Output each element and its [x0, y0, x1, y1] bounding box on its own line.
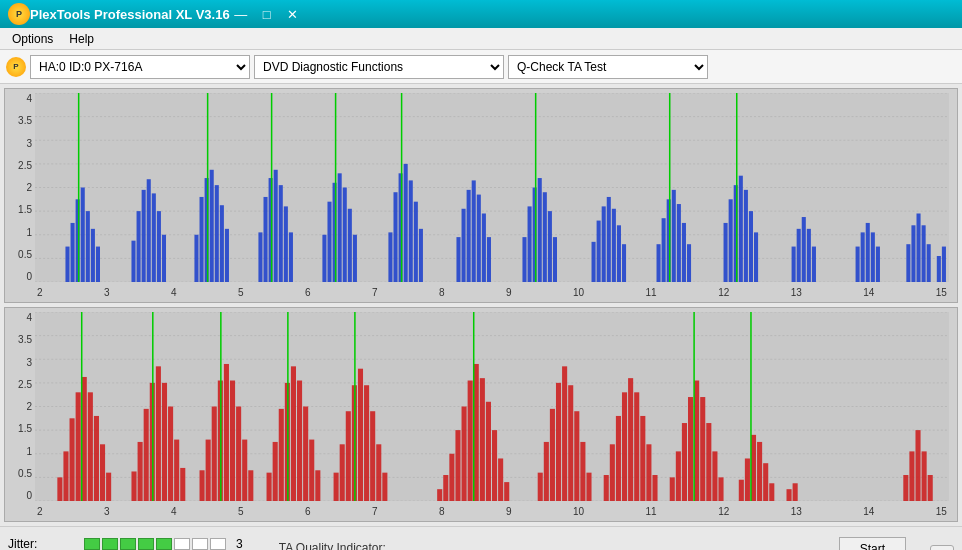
maximize-button[interactable]: □ — [256, 5, 278, 23]
svg-rect-46 — [353, 235, 357, 282]
svg-rect-96 — [802, 217, 806, 282]
chart1-inner — [35, 93, 949, 282]
svg-rect-218 — [787, 489, 792, 501]
svg-rect-75 — [612, 209, 616, 282]
ta-section: TA Quality Indicator: Good — [279, 541, 386, 551]
svg-rect-123 — [76, 392, 81, 501]
metrics-panel: Jitter: 3 Peak Shift: — [8, 537, 243, 551]
svg-rect-87 — [729, 199, 733, 282]
svg-rect-215 — [763, 463, 768, 501]
minimize-button[interactable]: — — [230, 5, 252, 23]
svg-rect-106 — [917, 213, 921, 282]
svg-rect-32 — [258, 232, 262, 282]
svg-rect-12 — [81, 188, 85, 283]
svg-rect-17 — [131, 241, 135, 282]
svg-rect-126 — [94, 416, 99, 501]
svg-rect-21 — [152, 193, 156, 282]
svg-rect-171 — [443, 475, 448, 501]
svg-rect-132 — [144, 409, 149, 501]
svg-rect-199 — [646, 444, 651, 501]
svg-rect-155 — [297, 381, 302, 501]
svg-rect-142 — [212, 407, 217, 502]
jitter-seg7 — [192, 538, 208, 550]
svg-rect-38 — [289, 232, 293, 282]
svg-rect-212 — [745, 458, 750, 501]
svg-rect-209 — [718, 477, 723, 501]
svg-rect-214 — [757, 442, 762, 501]
test-select[interactable]: Q-Check TA Test — [508, 55, 708, 79]
svg-rect-144 — [224, 364, 229, 501]
svg-rect-166 — [370, 411, 375, 501]
svg-rect-219 — [793, 483, 798, 501]
svg-rect-141 — [206, 440, 211, 501]
svg-rect-43 — [338, 173, 342, 282]
jitter-seg1 — [84, 538, 100, 550]
svg-rect-95 — [797, 229, 801, 282]
svg-rect-64 — [528, 206, 532, 282]
svg-rect-158 — [315, 470, 320, 501]
start-button[interactable]: Start — [839, 537, 906, 550]
svg-rect-177 — [480, 378, 485, 501]
svg-rect-22 — [157, 211, 161, 282]
svg-rect-9 — [65, 247, 69, 282]
menu-bar: Options Help — [0, 28, 962, 50]
svg-rect-57 — [462, 209, 466, 282]
drive-select[interactable]: HA:0 ID:0 PX-716A — [30, 55, 250, 79]
svg-rect-51 — [404, 164, 408, 282]
chart1-x-axis: 2 3 4 5 6 7 8 9 10 11 12 13 14 15 — [35, 282, 949, 302]
chart2-inner — [35, 312, 949, 501]
window-controls: — □ ✕ — [230, 5, 304, 23]
svg-rect-124 — [82, 377, 87, 501]
info-button[interactable]: ℹ — [930, 545, 954, 551]
svg-rect-24 — [194, 235, 198, 282]
close-button[interactable]: ✕ — [282, 5, 304, 23]
svg-rect-101 — [866, 223, 870, 282]
svg-rect-104 — [906, 244, 910, 282]
jitter-value: 3 — [236, 537, 243, 551]
svg-rect-18 — [137, 211, 141, 282]
svg-rect-206 — [700, 397, 705, 501]
jitter-row: Jitter: 3 — [8, 537, 243, 551]
svg-rect-71 — [592, 242, 596, 282]
svg-rect-107 — [922, 225, 926, 282]
svg-rect-183 — [538, 473, 543, 501]
svg-rect-208 — [712, 451, 717, 501]
svg-rect-151 — [273, 442, 278, 501]
svg-rect-53 — [414, 202, 418, 282]
svg-rect-58 — [467, 190, 471, 282]
svg-rect-150 — [267, 473, 272, 501]
chart2-svg — [35, 312, 949, 501]
svg-rect-195 — [622, 392, 627, 501]
svg-rect-181 — [504, 482, 509, 501]
svg-rect-108 — [927, 244, 931, 282]
svg-rect-156 — [303, 407, 308, 502]
svg-rect-188 — [568, 385, 573, 501]
svg-rect-223 — [922, 451, 927, 501]
svg-rect-170 — [437, 489, 442, 501]
svg-rect-135 — [162, 383, 167, 501]
svg-rect-73 — [602, 206, 606, 282]
menu-help[interactable]: Help — [61, 30, 102, 48]
svg-rect-161 — [340, 444, 345, 501]
svg-rect-59 — [472, 180, 476, 282]
svg-rect-221 — [909, 451, 914, 501]
svg-rect-40 — [322, 235, 326, 282]
svg-rect-122 — [70, 418, 75, 501]
svg-rect-202 — [676, 451, 681, 501]
jitter-seg6 — [174, 538, 190, 550]
svg-rect-92 — [754, 232, 758, 282]
svg-rect-121 — [63, 451, 68, 501]
function-select[interactable]: DVD Diagnostic Functions — [254, 55, 504, 79]
svg-rect-36 — [279, 185, 283, 282]
svg-rect-128 — [106, 473, 111, 501]
drive-icon: P — [6, 57, 26, 77]
jitter-seg4 — [138, 538, 154, 550]
svg-rect-76 — [617, 225, 621, 282]
svg-rect-89 — [739, 176, 743, 282]
svg-rect-179 — [492, 430, 497, 501]
svg-rect-165 — [364, 385, 369, 501]
svg-rect-102 — [871, 232, 875, 282]
svg-rect-180 — [498, 458, 503, 501]
svg-rect-164 — [358, 369, 363, 501]
menu-options[interactable]: Options — [4, 30, 61, 48]
